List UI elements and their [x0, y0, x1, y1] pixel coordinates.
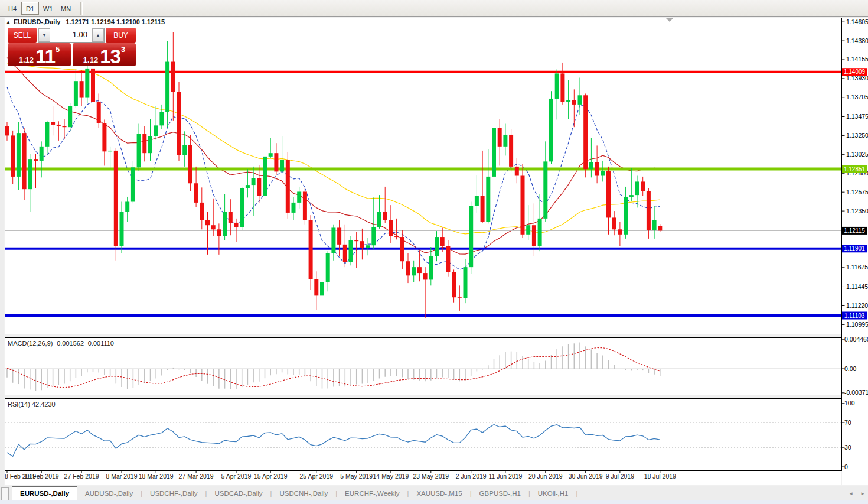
macd-panel[interactable]: [5, 338, 841, 395]
chart-tab-xauusd-m15[interactable]: XAUUSD-,M15: [409, 486, 469, 500]
candle-body: [412, 267, 416, 275]
candle-body: [394, 236, 399, 237]
candle-body: [366, 245, 370, 248]
candle-body: [234, 223, 239, 227]
candle-body: [389, 220, 393, 236]
buy-button[interactable]: BUY: [106, 28, 136, 43]
timeframe-mn-button[interactable]: MN: [57, 2, 74, 15]
candle-body: [377, 212, 381, 227]
candle-body: [263, 157, 267, 196]
chart-canvas[interactable]: 1.146051.143801.141551.139301.137051.134…: [0, 0, 868, 504]
timeframe-d1-button[interactable]: D1: [21, 2, 39, 15]
candle-body: [57, 125, 61, 126]
candle-body: [292, 203, 296, 213]
buy-price-sup: 3: [121, 45, 125, 54]
price-tick-label: 1.14155: [846, 56, 868, 63]
chart-tab-eurchf-weekly[interactable]: EURCHF-,Weekly: [337, 486, 407, 500]
date-tick-label: 23 May 2019: [413, 473, 449, 480]
tab-separator: |: [576, 486, 578, 500]
volume-increase-icon[interactable]: ▲: [92, 28, 104, 42]
chart-tab-audusd-daily[interactable]: AUDUSD-,Daily: [77, 486, 141, 500]
volume-input[interactable]: 1.00: [50, 28, 92, 42]
toolbar-divider: [80, 2, 83, 15]
chart-tab-usdcnh-daily[interactable]: USDCNH-,Daily: [272, 486, 335, 500]
chart-tab-usdchf-daily[interactable]: USDCHF-,Daily: [142, 486, 205, 500]
candle-body: [406, 261, 410, 275]
chart-tab-eurusd-daily[interactable]: EURUSD-,Daily: [12, 486, 77, 500]
candle-body: [45, 122, 49, 147]
candle-body: [154, 125, 158, 136]
candle-body: [246, 185, 250, 188]
candle-body: [435, 237, 439, 256]
candle-body: [612, 217, 616, 229]
candle-body: [85, 69, 89, 98]
candle-body: [63, 126, 67, 127]
status-bar: [0, 500, 868, 504]
candle-body: [440, 237, 445, 246]
candle-body: [286, 160, 290, 213]
price-tick-label: 1.13025: [846, 151, 868, 158]
price-tick-label: 1.13250: [846, 132, 868, 139]
candle-body: [624, 197, 628, 235]
macd-tick-label: 0.004465: [844, 336, 868, 343]
candle-body: [171, 62, 175, 92]
candle-body: [549, 99, 553, 161]
collapse-panel-icon[interactable]: ▲: [6, 19, 11, 25]
chart-tab-ukoil-h1[interactable]: UKOil-,H1: [530, 486, 576, 500]
candle-body: [17, 133, 21, 177]
date-tick-label: 11 Jun 2019: [488, 473, 522, 480]
candle-body: [566, 100, 570, 102]
price-tick-label: 1.11675: [846, 264, 868, 271]
tab-scroll-right-icon[interactable]: ►: [860, 491, 865, 496]
candle-body: [543, 161, 547, 218]
price-tick-label: 1.12350: [846, 207, 868, 214]
rsi-panel[interactable]: [5, 399, 841, 470]
price-tick-label: 1.14605: [846, 18, 868, 25]
candle-body: [217, 229, 221, 236]
sell-price-panel[interactable]: 1.12115: [8, 43, 71, 66]
candle-body: [51, 122, 55, 125]
date-tick-label: 15 Apr 2019: [254, 473, 288, 480]
volume-decrease-icon[interactable]: ▼: [38, 28, 50, 42]
candle-body: [458, 297, 462, 298]
date-tick-label: 8 Mar 2019: [106, 473, 137, 480]
candle-body: [303, 191, 307, 220]
candle-body: [211, 225, 216, 229]
chart-tab-usdcad-daily[interactable]: USDCAD-,Daily: [207, 486, 270, 500]
candle-body: [498, 128, 502, 147]
candle-body: [326, 253, 330, 282]
candle-body: [606, 171, 611, 217]
candle-body: [647, 191, 651, 230]
date-tick-label: 27 Mar 2019: [179, 473, 214, 480]
tab-scroll-left-icon[interactable]: ◄: [849, 491, 853, 496]
sell-price-sup: 5: [56, 45, 60, 54]
candle-body: [74, 81, 78, 106]
candle-body: [383, 212, 387, 220]
candle-body: [97, 102, 101, 123]
volume-stepper: ▼ 1.00 ▲: [38, 28, 105, 43]
candle-body: [481, 196, 485, 222]
candle-body: [40, 147, 44, 161]
candle-body: [159, 112, 164, 126]
candle-body: [641, 181, 645, 191]
svg-text:1.12115: 1.12115: [844, 227, 865, 234]
timeframe-h4-button[interactable]: H4: [4, 2, 21, 15]
candle-body: [521, 175, 525, 234]
chart-tab-gbpusd-h1[interactable]: GBPUSD-,H1: [472, 486, 528, 500]
candle-body: [229, 212, 233, 223]
sell-button[interactable]: SELL: [8, 28, 37, 43]
price-tick-label: 1.13930: [846, 74, 868, 82]
buy-price-panel[interactable]: 1.12133: [73, 43, 136, 66]
date-tick-label: 9 Jul 2019: [606, 473, 635, 480]
candle-body: [652, 220, 657, 230]
candle-body: [22, 133, 27, 189]
sell-price-big: 11: [35, 48, 55, 66]
timeframe-w1-button[interactable]: W1: [39, 2, 57, 15]
price-marker-label: 1.14009: [842, 68, 867, 76]
price-tick-label: 1.10995: [846, 321, 868, 328]
svg-text:1.11103: 1.11103: [844, 313, 865, 319]
candle-body: [417, 267, 422, 273]
candle-body: [589, 162, 593, 169]
candle-body: [274, 153, 278, 171]
macd-tick-label: 0.00: [844, 365, 857, 372]
